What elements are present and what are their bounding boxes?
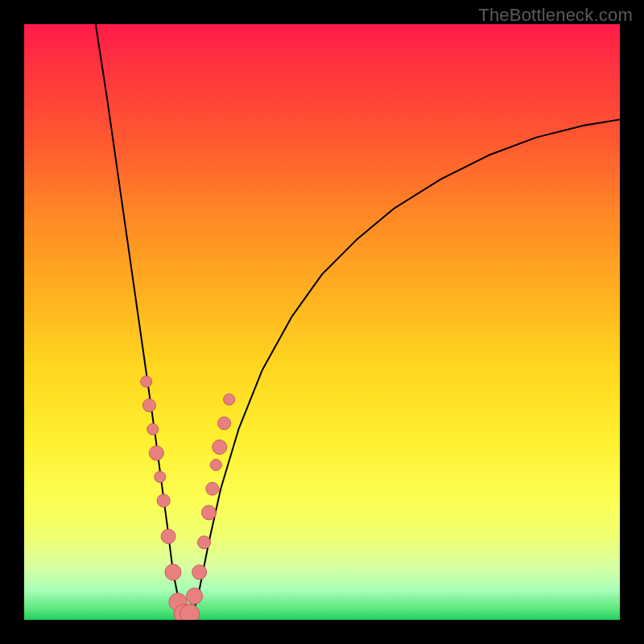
highlight-marker [165, 564, 181, 580]
highlight-marker [213, 440, 227, 454]
highlight-marker [206, 482, 219, 495]
highlight-marker [180, 605, 200, 620]
highlighted-points-group [141, 376, 235, 620]
highlight-marker [201, 506, 216, 520]
highlight-marker [157, 494, 170, 507]
bottleneck-curve [96, 24, 620, 614]
highlight-marker [218, 417, 231, 430]
highlight-marker [224, 394, 235, 405]
chart-svg [24, 24, 620, 620]
highlight-marker [141, 376, 152, 387]
highlight-marker [149, 446, 163, 460]
highlight-marker [210, 460, 221, 471]
highlight-marker [198, 536, 211, 549]
plot-area [24, 24, 620, 620]
highlight-marker [161, 529, 175, 543]
highlight-marker [147, 423, 159, 435]
watermark-text: TheBottleneck.com [478, 5, 633, 26]
highlight-marker [192, 565, 207, 580]
highlight-marker [142, 399, 155, 412]
outer-frame: TheBottleneck.com [0, 0, 644, 644]
highlight-marker [155, 471, 166, 482]
highlight-marker [187, 588, 203, 604]
